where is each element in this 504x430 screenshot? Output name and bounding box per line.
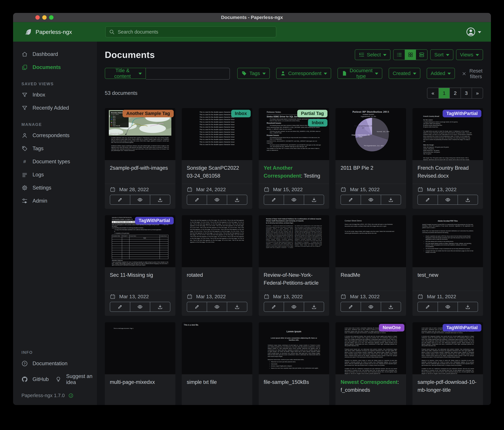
download-document-button[interactable] (381, 195, 401, 205)
pagination-prev-button[interactable]: « (427, 88, 438, 98)
document-thumbnail[interactable]: Review of New York Federal Petitions for… (259, 215, 329, 267)
tag-badge[interactable]: NewOne (379, 324, 405, 331)
sidebar-item-logs[interactable]: Logs (13, 168, 97, 181)
tag-badge[interactable]: Partial Tag (297, 110, 327, 117)
document-thumbnail[interactable]: This is a test file. (182, 322, 252, 374)
view-document-button[interactable] (361, 302, 381, 311)
tag-badge[interactable]: TagWithPartial (443, 324, 481, 331)
document-thumbnail[interactable]: Lorem ipsum dolor sit amet, consectetur … (413, 322, 483, 374)
title-content-filter-input[interactable] (146, 68, 230, 80)
sidebar-item-tags[interactable]: Tags (13, 142, 97, 155)
document-title-link[interactable]: test_new (417, 271, 478, 279)
view-document-button[interactable] (361, 195, 381, 205)
view-document-button[interactable] (438, 195, 458, 205)
edit-document-button[interactable] (418, 195, 438, 205)
document-title-link[interactable]: ReadMe (341, 271, 401, 279)
download-document-button[interactable] (227, 302, 247, 311)
pagination-page-3[interactable]: 3 (460, 88, 472, 98)
edit-document-button[interactable] (341, 302, 361, 311)
document-thumbnail[interactable]: This is the text that appears on the fir… (182, 215, 252, 267)
version-info-icon[interactable]: i (68, 393, 73, 398)
sidebar-item-suggest-an-idea[interactable]: Suggest an idea (50, 370, 97, 388)
sidebar-item-github[interactable]: GitHub (13, 373, 50, 386)
document-thumbnail[interactable]: Boundary Waters Trip6+ days in BWCADay 1… (105, 108, 175, 160)
view-document-button[interactable] (207, 302, 227, 311)
download-document-button[interactable] (458, 302, 478, 311)
sidebar-item-admin[interactable]: Admin (13, 194, 97, 207)
sidebar-item-settings[interactable]: Settings (13, 181, 97, 194)
pagination-next-button[interactable]: » (472, 88, 483, 98)
document-title-link[interactable]: 2sample-pdf-with-images (110, 164, 170, 172)
view-document-button[interactable] (284, 195, 304, 205)
edit-document-button[interactable] (264, 195, 284, 205)
document-title-link[interactable]: Yet Another Correspondent: Testing Email (264, 164, 324, 181)
tag-badge[interactable]: TagWithPartial (443, 110, 481, 117)
title-content-filter-button[interactable]: Title & content (105, 68, 146, 79)
tag-badge[interactable]: Inbox (231, 110, 251, 117)
added-filter-button[interactable]: Added (427, 68, 455, 79)
document-thumbnail[interactable]: Application for Medical Staff Membership… (105, 215, 175, 267)
view-list-button[interactable] (394, 50, 405, 60)
sidebar-item-dashboard[interactable]: Dashboard (13, 48, 97, 61)
sidebar-item-recently-added[interactable]: Recently Added (13, 101, 97, 114)
document-title-link[interactable]: Newest Correspondent: f_combineds (341, 378, 401, 394)
correspondent-filter-button[interactable]: Correspondent (276, 68, 331, 79)
document-title-link[interactable]: simple txt file (187, 378, 247, 386)
document-title-link[interactable]: file-sample_150kBs (264, 378, 324, 386)
view-document-button[interactable] (438, 302, 458, 311)
document-thumbnail[interactable]: Patient BP Distribution 2011Normal, 151,… (335, 108, 406, 160)
document-title-link[interactable]: 2011 BP Pie 2 (341, 164, 401, 172)
minimize-window-button[interactable] (42, 15, 47, 20)
document-title-link[interactable]: Sonstige ScanPC2022 03-24_081058 (187, 164, 247, 180)
document-title-link[interactable]: Review-of-New-York-Federal-Petitions-art… (264, 271, 324, 287)
sidebar-item-document-types[interactable]: #Document types (13, 155, 97, 168)
download-document-button[interactable] (150, 302, 170, 311)
tags-filter-button[interactable]: Tags (237, 68, 270, 79)
edit-document-button[interactable] (418, 302, 438, 311)
view-document-button[interactable] (130, 195, 150, 205)
download-document-button[interactable] (150, 195, 170, 205)
document-thumbnail[interactable]: French Country BreadFor the Leaven1 heap… (413, 108, 483, 160)
select-button[interactable]: Select (355, 49, 390, 60)
edit-document-button[interactable] (187, 302, 207, 311)
close-window-button[interactable] (35, 15, 40, 20)
sidebar-item-documentation[interactable]: ?Documentation (13, 357, 97, 370)
document-title-link[interactable]: multi-page-mixedxx (110, 378, 170, 386)
view-document-button[interactable] (207, 195, 227, 205)
user-menu-button[interactable] (466, 27, 481, 37)
document-title-link[interactable]: French Country Bread Revised.docx (417, 164, 478, 180)
document-thumbnail[interactable]: Release NotesSimba ODBC Driver for SQL S… (259, 108, 329, 160)
document-thumbnail[interactable]: This is a multi page document. Page 1. (105, 322, 175, 374)
document-thumbnail[interactable]: This is a test for the double space char… (182, 108, 252, 160)
pagination-page-2[interactable]: 2 (450, 88, 460, 98)
tag-badge[interactable]: TagWithPartial (135, 217, 174, 224)
pagination-page-1[interactable]: 1 (438, 88, 450, 98)
edit-document-button[interactable] (187, 195, 207, 205)
document-thumbnail[interactable]: Lorem ipsum dolor sit amet, consectetur … (335, 322, 406, 374)
edit-document-button[interactable] (341, 195, 361, 205)
search-input[interactable] (117, 29, 273, 35)
created-filter-button[interactable]: Created (389, 68, 420, 79)
views-button[interactable]: Views (456, 49, 483, 60)
download-document-button[interactable] (304, 195, 324, 205)
sidebar-item-correspondents[interactable]: Correspondents (13, 129, 97, 142)
document-thumbnail[interactable]: Contact Sheet DemoGiven a set of image f… (335, 215, 406, 267)
sidebar-item-documents[interactable]: Documents (13, 61, 97, 74)
tag-badge[interactable]: Inbox (308, 119, 327, 127)
download-document-button[interactable] (304, 302, 324, 311)
download-document-button[interactable] (227, 195, 247, 205)
download-document-button[interactable] (381, 302, 401, 311)
reset-filters-button[interactable]: Reset filters (460, 68, 483, 80)
document-thumbnail[interactable]: Adobe Acrobat PDF FilesAdobe® Portable D… (413, 215, 483, 267)
document-title-link[interactable]: rotated (187, 271, 247, 279)
edit-document-button[interactable] (264, 302, 284, 311)
document-title-link[interactable]: Sec 11-Missing sig (110, 271, 170, 279)
sidebar-item-inbox[interactable]: Inbox (13, 88, 97, 101)
tag-badge[interactable]: Another Sample Tag (123, 110, 174, 117)
zoom-window-button[interactable] (49, 15, 54, 20)
document-type-filter-button[interactable]: Document type (338, 68, 382, 79)
document-thumbnail[interactable]: Lorem ipsumLorem ipsum dolor sit amet, c… (259, 322, 329, 374)
view-grid-button[interactable] (405, 50, 416, 60)
view-document-button[interactable] (284, 302, 304, 311)
edit-document-button[interactable] (110, 302, 130, 311)
